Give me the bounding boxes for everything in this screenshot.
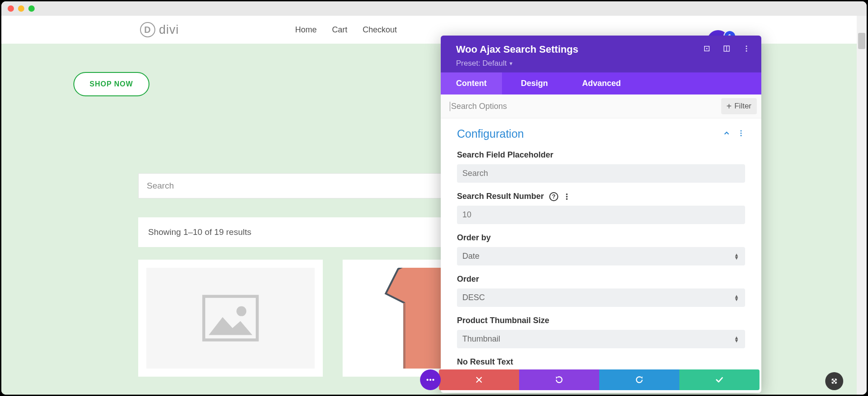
- label-order-by: Order by: [457, 233, 745, 243]
- svg-point-1: [236, 306, 246, 316]
- page-scrollbar[interactable]: [857, 16, 867, 395]
- builder-action-bar: [439, 369, 760, 390]
- filter-button[interactable]: + Filter: [721, 98, 757, 114]
- input-result-number[interactable]: [457, 206, 745, 224]
- site-logo[interactable]: D divi: [140, 22, 179, 37]
- preset-label: Preset: Default: [456, 59, 506, 68]
- nav-cart[interactable]: Cart: [332, 25, 348, 35]
- field-more-icon[interactable]: [563, 193, 571, 201]
- svg-point-18: [426, 379, 428, 381]
- product-placeholder-image: [146, 268, 315, 369]
- svg-point-13: [741, 132, 742, 134]
- page-canvas: D divi Home Cart Checkout SHOP NOW Searc…: [1, 16, 857, 395]
- select-order[interactable]: DESC: [457, 288, 745, 307]
- nav-checkout[interactable]: Checkout: [363, 25, 397, 35]
- save-button[interactable]: [679, 369, 760, 390]
- plus-icon: +: [727, 103, 732, 110]
- builder-menu-button[interactable]: [420, 369, 441, 390]
- shop-now-button[interactable]: SHOP NOW: [73, 72, 149, 96]
- svg-point-16: [566, 196, 568, 198]
- discard-button[interactable]: [439, 369, 519, 390]
- label-result-number: Search Result Number ?: [457, 192, 745, 201]
- image-placeholder-icon: [199, 293, 262, 343]
- panel-search-row: + Filter: [441, 94, 761, 118]
- svg-point-11: [746, 50, 747, 52]
- scrollbar-thumb[interactable]: [858, 33, 865, 49]
- svg-point-9: [746, 45, 747, 47]
- panel-more-icon[interactable]: [742, 45, 750, 54]
- sort-icon: ▲▼: [732, 253, 741, 260]
- panel-tabs: Content Design Advanced: [441, 72, 761, 94]
- label-thumb-size: Product Thumbnail Size: [457, 316, 745, 325]
- label-result-number-text: Search Result Number: [457, 192, 544, 201]
- label-search-placeholder: Search Field Placeholder: [457, 150, 745, 160]
- svg-point-20: [432, 379, 434, 381]
- sort-icon: ▲▼: [732, 295, 741, 301]
- section-more-icon[interactable]: [737, 129, 745, 139]
- svg-point-10: [746, 48, 747, 50]
- label-no-result: No Result Text: [457, 357, 745, 367]
- product-card[interactable]: [138, 260, 323, 377]
- panel-title: Woo Ajax Search Settings: [456, 44, 703, 55]
- panel-header: Woo Ajax Search Settings: [441, 36, 761, 72]
- options-search-input[interactable]: [450, 102, 721, 111]
- filter-label: Filter: [734, 102, 751, 111]
- redo-button[interactable]: [599, 369, 679, 390]
- svg-point-17: [566, 198, 568, 200]
- logo-mark-icon: D: [140, 22, 155, 37]
- expand-panel-icon[interactable]: [703, 45, 711, 54]
- sort-icon: ▲▼: [732, 336, 741, 342]
- label-order: Order: [457, 274, 745, 284]
- input-search-placeholder[interactable]: [457, 164, 745, 183]
- tab-design[interactable]: Design: [502, 72, 567, 94]
- collapse-section-icon[interactable]: [723, 129, 731, 139]
- section-title-configuration[interactable]: Configuration: [457, 127, 723, 140]
- svg-point-6: [706, 48, 708, 50]
- maximize-window-icon[interactable]: [28, 5, 35, 12]
- select-order-by[interactable]: Date: [457, 247, 745, 266]
- primary-nav: Home Cart Checkout: [295, 25, 397, 35]
- svg-point-15: [566, 193, 568, 195]
- select-thumb-size[interactable]: Thumbnail: [457, 330, 745, 348]
- logo-text: divi: [159, 23, 179, 37]
- nav-home[interactable]: Home: [295, 25, 317, 35]
- settings-panel: Woo Ajax Search Settings: [441, 36, 761, 393]
- tab-advanced[interactable]: Advanced: [567, 72, 636, 94]
- tab-content[interactable]: Content: [441, 72, 502, 94]
- snap-panel-icon[interactable]: [723, 45, 731, 54]
- preset-selector[interactable]: Preset: Default ▼: [456, 59, 750, 68]
- minimize-window-icon[interactable]: [18, 5, 24, 12]
- svg-point-14: [741, 135, 742, 136]
- chevron-down-icon: ▼: [508, 61, 513, 66]
- resize-handle-icon[interactable]: [825, 372, 843, 390]
- close-window-icon[interactable]: [8, 5, 14, 12]
- undo-button[interactable]: [519, 369, 599, 390]
- window-titlebar: [1, 1, 867, 16]
- help-icon[interactable]: ?: [549, 192, 558, 201]
- svg-point-12: [741, 130, 742, 131]
- svg-point-19: [429, 379, 431, 381]
